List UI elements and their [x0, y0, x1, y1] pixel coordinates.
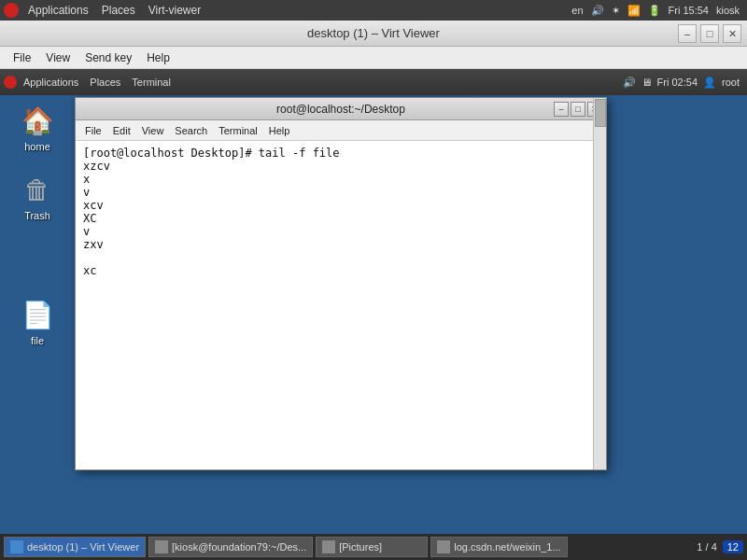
main-task-item-1[interactable]: [kiosk@foundation79:~/Des...: [148, 537, 313, 557]
virt-window-controls: – □ ✕: [678, 24, 741, 43]
system-time: Fri 15:54: [669, 5, 709, 16]
virt-titlebar: desktop (1) – Virt Viewer – □ ✕: [0, 21, 747, 47]
home-icon[interactable]: 🏠 home: [9, 102, 65, 152]
terminal-scrollbar[interactable]: [593, 141, 606, 469]
term-menu-search[interactable]: Search: [169, 123, 213, 138]
terminal-output: [root@localhost Desktop]# tail -f file x…: [83, 147, 599, 277]
home-folder-icon: 🏠: [19, 102, 56, 139]
guest-desktop: Applications Places Terminal 🔊 🖥 Fri 02:…: [0, 69, 747, 560]
file-icon-label: file: [31, 335, 44, 346]
main-task-label-0: desktop (1) – Virt Viewer: [27, 541, 139, 553]
guest-user: root: [722, 77, 740, 88]
main-page-info: 1 / 4: [697, 541, 716, 553]
trash-bin-icon: 🗑: [19, 171, 56, 208]
system-user: kiosk: [716, 5, 740, 16]
terminal-maximize-button[interactable]: □: [571, 102, 585, 117]
trash-icon[interactable]: 🗑 Trash: [9, 171, 65, 221]
task-term-icon-2: [322, 540, 335, 553]
bluetooth-icon: ✶: [612, 5, 620, 17]
virt-viewer-label: Virt-viewer: [143, 4, 206, 17]
main-task-item-3[interactable]: log.csdn.net/weixin_1...: [430, 537, 567, 557]
guest-terminal-menu[interactable]: Terminal: [127, 77, 176, 88]
main-taskbar: desktop (1) – Virt Viewer [kiosk@foundat…: [0, 534, 747, 560]
terminal-title: root@localhost:~/Desktop: [79, 103, 602, 116]
virt-close-button[interactable]: ✕: [723, 24, 741, 43]
terminal-titlebar: root@localhost:~/Desktop – □ ✕: [76, 98, 606, 120]
main-task-item-2[interactable]: [Pictures]: [316, 537, 428, 557]
main-page-badge: 12: [723, 540, 743, 553]
main-task-label-3: log.csdn.net/weixin_1...: [454, 541, 560, 553]
guest-time: Fri 02:54: [657, 77, 698, 88]
audio-icon: 🔊: [591, 5, 604, 17]
terminal-minimize-button[interactable]: –: [554, 102, 569, 117]
home-icon-label: home: [24, 141, 50, 152]
main-taskbar-right: 1 / 4 12: [697, 540, 743, 553]
virt-menu-help[interactable]: Help: [139, 49, 177, 66]
term-menu-terminal[interactable]: Terminal: [213, 123, 263, 138]
virt-menubar: File View Send key Help: [0, 47, 747, 69]
file-doc-icon: 📄: [19, 296, 56, 333]
desktop-icons: 🏠 home 🗑 Trash 📄 file: [9, 102, 65, 346]
system-bar: Applications Places Virt-viewer en 🔊 ✶ 📶…: [0, 0, 747, 21]
term-menu-file[interactable]: File: [79, 123, 107, 138]
term-menu-view[interactable]: View: [136, 123, 170, 138]
task-term-icon-1: [155, 540, 168, 553]
battery-icon: 🔋: [648, 5, 661, 17]
trash-icon-label: Trash: [24, 210, 50, 221]
main-task-label-2: [Pictures]: [339, 541, 382, 553]
guest-screen-icon: 🖥: [641, 77, 652, 88]
virt-window-title: desktop (1) – Virt Viewer: [307, 26, 440, 40]
term-menu-edit[interactable]: Edit: [107, 123, 136, 138]
file-icon[interactable]: 📄 file: [9, 296, 65, 346]
applications-menu[interactable]: Applications: [22, 4, 94, 17]
guest-applications-menu[interactable]: Applications: [19, 77, 83, 88]
main-task-label-1: [kiosk@foundation79:~/Des...: [172, 541, 306, 553]
virt-menu-view[interactable]: View: [38, 49, 78, 66]
wifi-icon: 📶: [627, 5, 641, 17]
virt-maximize-button[interactable]: □: [700, 24, 719, 43]
guest-panel: Applications Places Terminal 🔊 🖥 Fri 02:…: [0, 69, 747, 95]
places-menu[interactable]: Places: [96, 4, 141, 17]
terminal-menubar: File Edit View Search Terminal Help: [76, 120, 606, 141]
virt-minimize-button[interactable]: –: [678, 24, 697, 43]
guest-user-icon: 👤: [703, 77, 716, 89]
system-app-icon: [4, 3, 19, 18]
task-browser-icon: [437, 540, 450, 553]
guest-app-icon: [4, 76, 17, 89]
guest-audio-icon: 🔊: [623, 77, 636, 89]
task-virt-icon: [10, 540, 23, 553]
language-indicator: en: [571, 5, 583, 16]
guest-places-menu[interactable]: Places: [85, 77, 125, 88]
term-menu-help[interactable]: Help: [263, 123, 296, 138]
virt-menu-file[interactable]: File: [6, 49, 38, 66]
terminal-content[interactable]: [root@localhost Desktop]# tail -f file x…: [76, 141, 606, 469]
terminal-window: root@localhost:~/Desktop – □ ✕ File Edit…: [75, 97, 607, 470]
virt-viewer-window: desktop (1) – Virt Viewer – □ ✕ File Vie…: [0, 21, 747, 560]
main-task-item-0[interactable]: desktop (1) – Virt Viewer: [4, 537, 146, 557]
virt-menu-sendkey[interactable]: Send key: [78, 49, 139, 66]
